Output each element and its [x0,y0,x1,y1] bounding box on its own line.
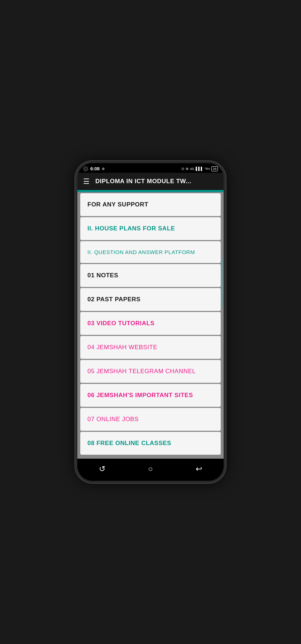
status-left: 6:08 ⊛ [83,166,105,171]
recent-button[interactable]: ↩ [190,463,208,475]
menu-item-label-past-papers: 02 PAST PAPERS [87,296,140,303]
menu-item-label-house-plans: II. HOUSE PLANS FOR SALE [87,225,175,232]
home-button[interactable]: ○ [142,463,158,475]
back-button[interactable]: ↺ [93,463,111,475]
status-bar: 6:08 ⊛ ⊙ ⊛ 4G ▌▌▌ ⁰B/s 29 [77,163,224,173]
battery-icon: 29 [211,166,218,171]
menu-item-label-online-jobs: 07 ONLINE JOBS [87,416,139,423]
signal-4g-icon: 4G [190,167,194,171]
menu-item-house-plans[interactable]: II. HOUSE PLANS FOR SALE [80,217,221,240]
menu-item-label-important-sites: 06 JEMSHAH'S IMPORTANT SITES [87,392,193,399]
menu-item-important-sites[interactable]: 06 JEMSHAH'S IMPORTANT SITES [80,384,221,407]
menu-item-label-telegram: 05 JEMSHAH TELEGRAM CHANNEL [87,368,196,375]
menu-item-label-notes: 01 NOTES [87,272,118,279]
at-icon: ⊛ [102,167,105,171]
menu-item-free-classes[interactable]: 08 FREE ONLINE CLASSES [80,432,221,455]
menu-item-qa-platform[interactable]: II. QUESTION AND ANSWER PLATFORM [80,241,221,263]
menu-item-online-jobs[interactable]: 07 ONLINE JOBS [80,408,221,431]
menu-item-telegram[interactable]: 05 JEMSHAH TELEGRAM CHANNEL [80,360,221,383]
menu-item-label-support: FOR ANY SUPPORT [87,201,148,208]
menu-list: FOR ANY SUPPORTII. HOUSE PLANS FOR SALEI… [77,192,224,459]
phone-frame: 6:08 ⊛ ⊙ ⊛ 4G ▌▌▌ ⁰B/s 29 ☰ DIPLOMA IN I… [75,161,226,483]
menu-item-label-qa-platform: II. QUESTION AND ANSWER PLATFORM [87,249,195,255]
menu-item-video-tutorials[interactable]: 03 VIDEO TUTORIALS [80,312,221,335]
camera-icon [83,166,88,171]
bottom-nav: ↺ ○ ↩ [77,459,224,481]
page-title: DIPLOMA IN ICT MODULE TW... [95,178,218,185]
menu-item-support[interactable]: FOR ANY SUPPORT [80,193,221,216]
menu-item-notes[interactable]: 01 NOTES [80,264,221,287]
menu-item-label-free-classes: 08 FREE ONLINE CLASSES [87,440,171,447]
location-icon: ⊙ [181,167,184,171]
wifi-icon: ⊛ [186,167,188,171]
menu-item-label-jemshah-website: 04 JEMSHAH WEBSITE [87,344,157,351]
app-header: ☰ DIPLOMA IN ICT MODULE TW... [77,173,224,190]
menu-item-label-video-tutorials: 03 VIDEO TUTORIALS [87,320,154,327]
status-time: 6:08 [90,166,100,171]
hamburger-menu-icon[interactable]: ☰ [83,178,90,185]
menu-item-past-papers[interactable]: 02 PAST PAPERS [80,288,221,311]
signal-bars-icon: ▌▌▌ [196,167,203,171]
menu-item-jemshah-website[interactable]: 04 JEMSHAH WEBSITE [80,336,221,359]
status-icons: ⊙ ⊛ 4G ▌▌▌ ⁰B/s 29 [181,166,218,171]
data-speed-icon: ⁰B/s [205,167,210,170]
